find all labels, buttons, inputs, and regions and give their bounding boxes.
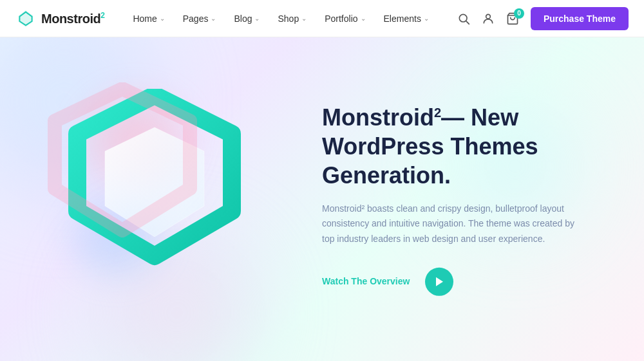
- hero-section: Monstroid2— New WordPress Themes Generat…: [0, 37, 644, 361]
- main-nav: Home ⌄ Pages ⌄ Blog ⌄ Shop ⌄ Portfolio ⌄…: [124, 0, 438, 37]
- play-icon: [435, 277, 444, 287]
- logo-text: Monstroid2: [41, 11, 104, 26]
- nav-item-shop[interactable]: Shop ⌄: [269, 0, 316, 37]
- logo-icon: [15, 8, 36, 29]
- nav-item-elements[interactable]: Elements ⌄: [375, 0, 438, 37]
- hero-content: Monstroid2— New WordPress Themes Generat…: [322, 102, 605, 295]
- nav-item-home[interactable]: Home ⌄: [124, 0, 173, 37]
- chevron-down-icon: ⌄: [424, 15, 429, 22]
- chevron-down-icon: ⌄: [160, 15, 165, 22]
- search-button[interactable]: [457, 12, 470, 25]
- hero-title: Monstroid2— New WordPress Themes Generat…: [322, 102, 605, 189]
- cart-button[interactable]: 0: [506, 12, 519, 25]
- watch-overview-link[interactable]: Watch The Overview: [322, 276, 410, 287]
- play-video-button[interactable]: [425, 268, 453, 296]
- logo[interactable]: Monstroid2: [15, 8, 104, 29]
- svg-point-2: [486, 14, 491, 19]
- header-actions: 0 Purchase Theme: [457, 7, 629, 30]
- svg-point-0: [459, 14, 467, 22]
- svg-line-1: [466, 21, 469, 24]
- svg-marker-4: [436, 277, 443, 286]
- user-button[interactable]: [482, 12, 495, 25]
- search-icon: [457, 12, 470, 25]
- chevron-down-icon: ⌄: [254, 15, 260, 22]
- pink-shape: [39, 82, 206, 243]
- hero-description: Monstroid² boasts clean and crispy desig…: [322, 201, 580, 246]
- user-icon: [482, 12, 495, 25]
- hero-illustration: [26, 76, 296, 320]
- nav-item-pages[interactable]: Pages ⌄: [174, 0, 225, 37]
- chevron-down-icon: ⌄: [301, 15, 307, 22]
- header: Monstroid2 Home ⌄ Pages ⌄ Blog ⌄ Shop ⌄ …: [0, 0, 644, 37]
- nav-item-portfolio[interactable]: Portfolio ⌄: [316, 0, 374, 37]
- chevron-down-icon: ⌄: [361, 15, 366, 22]
- hero-cta: Watch The Overview: [322, 268, 605, 296]
- nav-item-blog[interactable]: Blog ⌄: [225, 0, 269, 37]
- cart-count: 0: [514, 8, 524, 19]
- chevron-down-icon: ⌄: [211, 15, 216, 22]
- purchase-theme-button[interactable]: Purchase Theme: [531, 7, 629, 30]
